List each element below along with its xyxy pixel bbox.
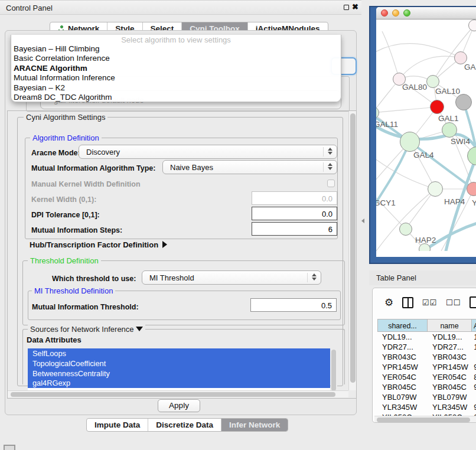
network-node[interactable] xyxy=(467,146,476,165)
network-node-label: HAP4 xyxy=(444,197,465,206)
cyni-algorithm-settings-title: Cyni Algorithm Settings xyxy=(24,113,107,122)
table-row[interactable]: YPR145W YPR145W 9. xyxy=(377,362,476,372)
table-row[interactable]: YBR045C YBR045C 9. xyxy=(377,382,476,392)
network-canvas[interactable]: GALGAL80GAL10GAL1GAL11SWI4GAL4GCY1HAP4YH… xyxy=(376,19,476,251)
cyni-algorithm-settings-group: Cyni Algorithm Settings Algorithm Defini… xyxy=(17,117,343,386)
mi-algorithm-type-label: Mutual Information Algorithm Type: xyxy=(31,164,155,172)
docked-mini-icon[interactable] xyxy=(4,445,15,450)
network-node-label: GAL xyxy=(464,63,476,71)
minimize-window-icon[interactable] xyxy=(392,9,399,17)
network-window: GALGAL80GAL10GAL1GAL11SWI4GAL4GCY1HAP4YH… xyxy=(376,7,476,257)
tab-infer-network[interactable]: Infer Network xyxy=(221,419,288,431)
table-row[interactable]: YER054C YER054C 8. xyxy=(377,372,476,382)
dpi-tolerance-field[interactable]: 0.0 xyxy=(252,207,337,220)
collapse-arrow-icon[interactable] xyxy=(136,327,143,331)
split-columns-icon[interactable] xyxy=(402,297,413,308)
mi-threshold-field[interactable]: 0.5 xyxy=(250,298,337,312)
cell-shared-name: YDR27... xyxy=(377,342,428,352)
float-window-icon[interactable] xyxy=(344,5,349,10)
close-window-icon[interactable] xyxy=(381,9,388,17)
data-attribute-item[interactable]: TopologicalCoefficient xyxy=(28,358,330,369)
network-node[interactable] xyxy=(467,182,476,196)
network-node[interactable] xyxy=(376,106,379,119)
dpi-tolerance-label: DPI Tolerance [0,1]: xyxy=(31,211,100,219)
network-node[interactable] xyxy=(428,181,443,197)
algorithm-popup-item[interactable]: Mutual Information Inference xyxy=(11,73,341,82)
tab-infer-network-label: Infer Network xyxy=(229,420,280,429)
export-table-icon[interactable] xyxy=(470,296,476,308)
zoom-window-icon[interactable] xyxy=(403,9,410,17)
select-all-icon[interactable]: ☑☑ xyxy=(422,298,437,307)
network-node[interactable] xyxy=(400,132,420,152)
algorithm-popup-list: Bayesian – Hill ClimbingBasic Correlatio… xyxy=(11,44,341,102)
control-panel: Control Panel ✖ Network Style Select Cyn… xyxy=(0,0,361,428)
attributes-scrollbar[interactable] xyxy=(331,349,337,392)
tab-discretize-data[interactable]: Discretize Data xyxy=(148,419,221,431)
apply-button[interactable]: Apply xyxy=(158,399,200,412)
settings-horizontal-scrollbar[interactable] xyxy=(8,390,348,397)
network-node[interactable] xyxy=(442,122,457,138)
which-threshold-combo[interactable]: MI Threshold xyxy=(142,270,321,285)
algorithm-popup-item[interactable]: Bayesian – K2 xyxy=(11,83,341,92)
settings-vertical-scrollbar[interactable] xyxy=(348,111,356,390)
mi-algorithm-type-combo[interactable]: Naive Bayes xyxy=(162,160,337,174)
hub-tf-definition-label[interactable]: Hub/Transcription Factor Definition xyxy=(30,240,167,249)
aracne-mode-combo[interactable]: Discovery xyxy=(79,145,337,159)
table-body: YDL19... YDL19... 13 YDR27... YDR27... 1… xyxy=(377,332,476,422)
tab-impute-data[interactable]: Impute Data xyxy=(87,419,148,431)
cell-value xyxy=(472,352,476,362)
column-header-shared-name[interactable]: shared... xyxy=(377,319,428,332)
cell-name: YBR045C xyxy=(428,382,472,392)
deselect-all-icon[interactable]: ☐☐ xyxy=(446,298,461,307)
algorithm-definition-title: Algorithm Definition xyxy=(30,133,102,142)
network-node[interactable] xyxy=(419,243,431,251)
network-window-titlebar[interactable] xyxy=(376,7,476,19)
expand-arrow-icon[interactable] xyxy=(162,241,167,248)
table-row[interactable]: YDR27... YDR27... 12 xyxy=(377,342,476,352)
manual-kernel-width-checkbox[interactable] xyxy=(327,180,335,187)
algorithm-popup-item[interactable]: ARACNE Algorithm xyxy=(11,63,341,73)
column-header-name[interactable]: name xyxy=(428,319,472,332)
cyni-bottom-tabbar: Impute Data Discretize Data Infer Networ… xyxy=(86,418,288,432)
sources-group: Sources for Network Inference Data Attri… xyxy=(22,329,345,384)
cell-shared-name: YBR045C xyxy=(377,382,428,392)
data-attribute-item[interactable]: BetweennessCentrality xyxy=(28,369,330,379)
mi-steps-field[interactable]: 6 xyxy=(252,222,337,236)
data-attributes-label: Data Attributes xyxy=(27,335,81,344)
algorithm-popup-item[interactable]: Bayesian – Hill Climbing xyxy=(11,44,341,53)
algorithm-popup-item[interactable]: Dream8 DC_TDC Algorithm xyxy=(11,92,341,102)
control-panel-titlebar: Control Panel ✖ xyxy=(0,1,361,15)
kernel-width-label: Kernel Width (0,1): xyxy=(31,195,96,204)
node-table: shared... name A YDL19... YDL19... 13 YD… xyxy=(377,319,476,422)
network-node[interactable] xyxy=(455,94,472,110)
combo-stepper-icon xyxy=(327,163,332,170)
network-node-label: GAL4 xyxy=(413,151,434,159)
close-panel-icon[interactable]: ✖ xyxy=(352,2,358,11)
network-node[interactable] xyxy=(399,223,412,236)
panel-splitter-handle[interactable] xyxy=(361,219,364,223)
network-node[interactable] xyxy=(468,19,476,31)
settings-scroll-viewport: Cyni Algorithm Settings Algorithm Defini… xyxy=(7,110,357,399)
kernel-width-field[interactable]: 0.0 xyxy=(252,191,337,205)
cell-name: YLR345W xyxy=(428,402,472,412)
table-row[interactable]: YBL079W YBL079W xyxy=(377,392,476,402)
gear-icon[interactable]: ⚙ xyxy=(384,298,393,308)
algorithm-popup-item[interactable]: Basic Correlation Inference xyxy=(11,53,341,63)
sources-title-text: Sources for Network Inference xyxy=(30,325,134,334)
column-header-partial[interactable]: A xyxy=(472,319,476,332)
table-row[interactable]: YBR043C YBR043C xyxy=(377,352,476,362)
threshold-definition-group: Threshold Definition Which threshold to … xyxy=(22,260,345,325)
network-node-label: GAL10 xyxy=(435,87,460,96)
data-attribute-item[interactable]: SelfLoops xyxy=(28,348,330,358)
table-row[interactable]: YDL19... YDL19... 13 xyxy=(377,332,476,342)
network-node[interactable] xyxy=(426,75,439,88)
aracne-mode-value: Discovery xyxy=(86,148,120,156)
network-node[interactable] xyxy=(430,100,444,114)
cell-value: 13 xyxy=(472,332,476,342)
table-header-row: shared... name A xyxy=(377,319,476,332)
cell-name: YBR043C xyxy=(428,352,472,362)
which-threshold-value: MI Threshold xyxy=(149,273,194,282)
data-attribute-item[interactable]: gal4RGexp xyxy=(28,378,330,388)
table-horizontal-scrollbar[interactable] xyxy=(374,416,476,423)
table-row[interactable]: YLR345W YLR345W 9. xyxy=(377,402,476,412)
